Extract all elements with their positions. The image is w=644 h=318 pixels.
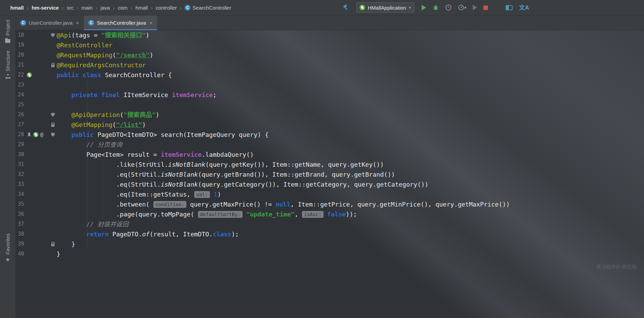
fold-column bbox=[50, 80, 56, 90]
token: itemService bbox=[161, 151, 201, 158]
fold-marker-icon[interactable] bbox=[51, 113, 55, 117]
spring-boot-icon bbox=[360, 5, 365, 10]
line-number[interactable]: 28 bbox=[16, 130, 24, 140]
run-config-select[interactable]: HMallApplication ▾ bbox=[356, 2, 414, 13]
line-number[interactable]: 21 bbox=[16, 60, 24, 70]
code-line[interactable]: 18@Api(tags = "搜索相关接口") bbox=[16, 30, 644, 40]
fold-marker-icon[interactable] bbox=[51, 133, 55, 137]
breadcrumb-label: hm-service bbox=[32, 5, 59, 11]
breadcrumb-item-com[interactable]: com bbox=[118, 5, 127, 11]
stripe-button-structure[interactable]: Structure bbox=[5, 50, 11, 79]
code-line[interactable]: 39 } bbox=[16, 239, 644, 249]
at-icon[interactable]: @ bbox=[40, 132, 44, 138]
translate-button[interactable]: 文A bbox=[518, 4, 530, 11]
line-number[interactable]: 38 bbox=[16, 229, 24, 239]
code-line[interactable]: 35 .between( condition: query.getMaxPric… bbox=[16, 199, 644, 209]
token bbox=[57, 91, 71, 98]
rerun-button[interactable] bbox=[472, 4, 478, 11]
tool-window-button[interactable] bbox=[505, 4, 513, 11]
fold-marker-icon[interactable] bbox=[51, 33, 55, 37]
breadcrumb-item-controller[interactable]: controller bbox=[156, 5, 177, 11]
code-line[interactable]: 21@RequiredArgsConstructor bbox=[16, 60, 644, 70]
line-number[interactable]: 26 bbox=[16, 110, 24, 120]
code-text bbox=[56, 80, 57, 90]
spring-bean-icon[interactable] bbox=[27, 72, 32, 78]
code-line[interactable]: 20@RequestMapping("/search") bbox=[16, 50, 644, 60]
fold-lock-icon[interactable] bbox=[51, 244, 55, 246]
breadcrumb-item-searchcontroller[interactable]: SearchController bbox=[185, 5, 231, 11]
breadcrumb-item-hm-service[interactable]: hm-service bbox=[32, 5, 59, 11]
line-number[interactable]: 40 bbox=[16, 249, 24, 259]
close-icon[interactable]: × bbox=[150, 20, 153, 26]
line-number[interactable]: 19 bbox=[16, 40, 24, 50]
line-number[interactable]: 30 bbox=[16, 150, 24, 160]
tab-usercontroller.java[interactable]: UserController.java× bbox=[16, 15, 84, 30]
code-line[interactable]: 30 Page<Item> result = itemService.lambd… bbox=[16, 150, 644, 160]
token: ) bbox=[142, 121, 146, 128]
token: isNotBlank bbox=[161, 181, 198, 188]
code-line[interactable]: 38 return PageDTO.of(result, ItemDTO.cla… bbox=[16, 229, 644, 239]
code-line[interactable]: 32 .eq(StrUtil.isNotBlank(query.getBrand… bbox=[16, 169, 644, 179]
editor[interactable]: 18@Api(tags = "搜索相关接口")19@RestController… bbox=[16, 30, 644, 318]
coverage-button[interactable] bbox=[445, 4, 452, 11]
code-line[interactable]: 37 // 封装并返回 bbox=[16, 219, 644, 229]
code-line[interactable]: 31 .like(StrUtil.isNotBlank(query.getKey… bbox=[16, 160, 644, 169]
fold-lock-icon[interactable] bbox=[51, 64, 55, 67]
fold-column bbox=[50, 50, 56, 60]
stop-button[interactable] bbox=[483, 5, 489, 11]
line-number[interactable]: 31 bbox=[16, 160, 24, 169]
spring-bean-icon[interactable] bbox=[33, 132, 38, 137]
code-line[interactable]: 40} bbox=[16, 249, 644, 259]
run-toolbar: HMallApplication ▾ bbox=[342, 0, 530, 15]
code-line[interactable]: 33 .eq(StrUtil.isNotBlank(query.getCateg… bbox=[16, 179, 644, 189]
code-line[interactable]: 19@RestController bbox=[16, 40, 644, 50]
fold-column bbox=[50, 249, 56, 259]
breadcrumb-item-java[interactable]: java bbox=[101, 5, 110, 11]
code-line[interactable]: 25 bbox=[16, 100, 644, 110]
breadcrumb-item-hmall[interactable]: hmall bbox=[136, 5, 148, 11]
fold-lock-icon[interactable] bbox=[51, 124, 55, 127]
breadcrumb-item-main[interactable]: main bbox=[81, 5, 93, 11]
code-line[interactable]: 36 .page(query.toMpPage( defaultSortBy: … bbox=[16, 209, 644, 219]
line-number[interactable]: 20 bbox=[16, 50, 24, 60]
chevron-down-icon: ▾ bbox=[409, 5, 411, 10]
breadcrumb-item-hmall[interactable]: hmall bbox=[10, 5, 24, 11]
code-line[interactable]: 28@ public PageDTO<ItemDTO> search(ItemP… bbox=[16, 130, 644, 140]
line-number[interactable]: 35 bbox=[16, 199, 24, 209]
stripe-button-project[interactable]: Project bbox=[5, 20, 11, 43]
stripe-button-favorites[interactable]: Favorites★ bbox=[5, 233, 11, 262]
line-number[interactable]: 32 bbox=[16, 169, 24, 179]
line-number[interactable]: 29 bbox=[16, 140, 24, 150]
line-number[interactable]: 39 bbox=[16, 239, 24, 249]
debug-button[interactable] bbox=[432, 4, 440, 11]
token: .like(StrUtil. bbox=[57, 161, 168, 168]
code-line[interactable]: 26 @ApiOperation("搜索商品") bbox=[16, 110, 644, 120]
close-icon[interactable]: × bbox=[76, 20, 79, 26]
line-number[interactable]: 18 bbox=[16, 30, 24, 40]
profiler-button[interactable]: ▾ bbox=[457, 4, 467, 11]
line-number[interactable]: 34 bbox=[16, 189, 24, 199]
line-number[interactable]: 22 bbox=[16, 70, 24, 80]
code-line[interactable]: 23 bbox=[16, 80, 644, 90]
gutter bbox=[24, 140, 50, 150]
endpoint-rocket-icon[interactable] bbox=[27, 132, 32, 137]
line-number[interactable]: 27 bbox=[16, 120, 24, 130]
line-number[interactable]: 37 bbox=[16, 219, 24, 229]
editor-lines: 18@Api(tags = "搜索相关接口")19@RestController… bbox=[16, 30, 644, 259]
code-line[interactable]: 22public class SearchController { bbox=[16, 70, 644, 80]
build-button[interactable] bbox=[342, 3, 350, 12]
code-line[interactable]: 27 @GetMapping("/list") bbox=[16, 120, 644, 130]
tab-searchcontroller.java[interactable]: SearchController.java× bbox=[84, 15, 157, 30]
line-number[interactable]: 25 bbox=[16, 100, 24, 110]
line-number[interactable]: 24 bbox=[16, 90, 24, 100]
line-number[interactable]: 23 bbox=[16, 80, 24, 90]
code-line[interactable]: 34 .eq(Item::getStatus, val: 1) bbox=[16, 189, 644, 199]
token: class bbox=[213, 231, 231, 238]
code-line[interactable]: 24 private final IItemService itemServic… bbox=[16, 90, 644, 100]
code-line[interactable]: 29 // 分页查询 bbox=[16, 140, 644, 150]
breadcrumb-item-src[interactable]: src bbox=[67, 5, 73, 11]
line-number[interactable]: 33 bbox=[16, 179, 24, 189]
line-number[interactable]: 36 bbox=[16, 209, 24, 219]
run-button[interactable] bbox=[421, 4, 427, 11]
gutter bbox=[24, 209, 50, 219]
